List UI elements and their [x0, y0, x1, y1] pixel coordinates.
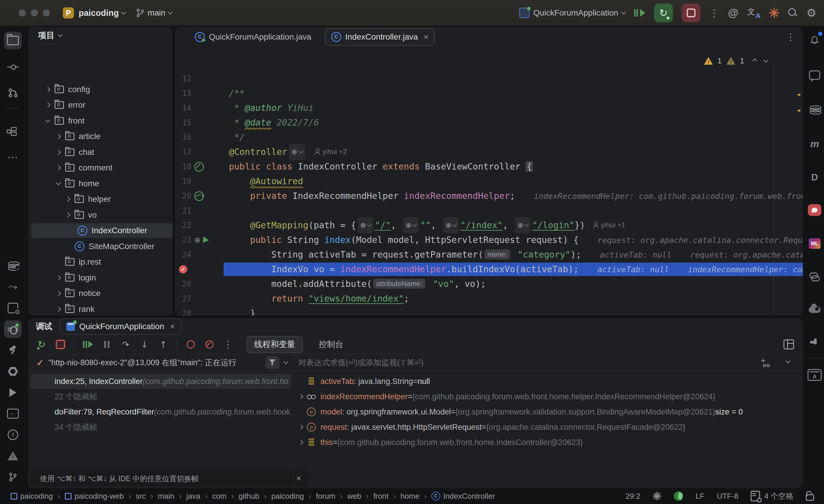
code-line-27[interactable]: 27 return "views/home/index"; — [175, 291, 803, 306]
chevron-down-icon[interactable] — [56, 180, 61, 185]
debug-button[interactable] — [634, 9, 645, 17]
breadcrumb-item[interactable]: java — [186, 492, 200, 501]
code-author-hint[interactable]: yihui +2 — [314, 148, 347, 156]
tree-item-chat[interactable]: chat — [28, 145, 173, 160]
project-widget[interactable]: paicoding — [79, 8, 119, 18]
expand-chevron[interactable] — [298, 394, 303, 399]
red-plugin-button[interactable] — [806, 201, 823, 219]
variable-activetab[interactable]: activeTab: java.lang.String = null — [294, 374, 803, 389]
tree-item-indexcontroller[interactable]: CIndexController — [31, 223, 173, 238]
url-globe-chip[interactable]: ⊕ — [515, 217, 530, 233]
problems-toolwindow-button[interactable]: ! — [4, 426, 22, 444]
tab-console[interactable]: 控制台 — [311, 336, 351, 353]
variable-request[interactable]: p request: javax.servlet.http.HttpServle… — [294, 419, 803, 435]
code-line-20[interactable]: 20 private IndexRecommendHelper indexRec… — [175, 188, 803, 203]
breadcrumb-item[interactable]: front — [373, 492, 389, 501]
breadcrumb-item[interactable]: IndexController — [443, 492, 495, 501]
chevron-right-icon[interactable] — [66, 213, 71, 218]
url-gutter-icon[interactable]: ⊕ — [194, 236, 201, 245]
expand-chevron[interactable] — [298, 440, 303, 445]
hidden-frames[interactable]: 22 个隐藏帧 — [28, 389, 293, 404]
url-globe-chip[interactable]: ⊕ — [289, 144, 305, 160]
thread-dropdown-chevron[interactable] — [284, 359, 289, 364]
chevron-right-icon[interactable] — [56, 134, 61, 139]
breakpoint-icon[interactable]: 25 — [175, 262, 193, 277]
chevron-right-icon[interactable] — [66, 197, 71, 202]
minimize-window-button[interactable] — [31, 9, 38, 16]
stop-button[interactable] — [682, 4, 701, 22]
git-toolwindow-button[interactable] — [4, 468, 22, 486]
variable-model[interactable]: p model: org.springframework.ui.Model = … — [294, 404, 803, 419]
close-tab-icon[interactable]: × — [424, 32, 428, 42]
window-controls[interactable] — [19, 9, 50, 16]
ai-chat-button[interactable] — [806, 66, 823, 84]
code-line-24[interactable]: 24 String activeTab = request.getParamet… — [175, 247, 803, 262]
http-request-gutter-icon[interactable] — [202, 236, 209, 244]
structure-toolwindow-button[interactable] — [4, 123, 22, 140]
url-globe-chip[interactable]: ⊕ — [443, 217, 458, 233]
add-watch-icon[interactable] — [760, 358, 769, 367]
close-window-button[interactable] — [19, 9, 26, 16]
branch-widget[interactable]: main — [147, 8, 166, 18]
hammer-build-button[interactable] — [4, 342, 22, 359]
dictionary-plugin-button[interactable]: A — [806, 366, 823, 384]
openai-icon[interactable] — [653, 492, 661, 500]
chevron-right-icon[interactable] — [56, 150, 61, 155]
code-line-22[interactable]: 22 @GetMapping(path = {⊕"/", ⊕"", ⊕"/ind… — [175, 218, 803, 233]
ml-plugin-button[interactable]: ML — [806, 235, 823, 252]
chevron-right-icon[interactable] — [45, 103, 50, 108]
unlocked-icon[interactable] — [806, 494, 814, 501]
code-line-17[interactable]: 17@Controller⊕yihui +2 — [175, 145, 803, 159]
cloud-plugin-button[interactable] — [806, 301, 823, 319]
stop-button[interactable] — [55, 339, 66, 350]
chevron-right-icon[interactable] — [56, 275, 61, 280]
spring-leaf-icon[interactable] — [674, 491, 683, 501]
breadcrumb-item[interactable]: com — [212, 492, 226, 501]
warnings-button[interactable]: ! — [4, 447, 22, 465]
code-line-12[interactable]: 12 — [175, 71, 803, 86]
breadcrumb-item[interactable]: home — [401, 492, 420, 501]
chevron-right-icon[interactable] — [56, 307, 61, 312]
code-area[interactable]: 12 13/** 14 * @author YiHui 15 * @date 2… — [175, 47, 803, 316]
tree-item-login[interactable]: login — [28, 270, 173, 285]
inspections-widget[interactable]: ! 1 ! 1 — [704, 56, 768, 66]
pause-button[interactable] — [102, 339, 112, 350]
mute-breakpoints-button[interactable] — [204, 339, 215, 350]
translate-icon[interactable]: 文 A — [747, 7, 760, 19]
step-into-button[interactable]: ↓ — [139, 339, 150, 350]
stack-frame-dofilter[interactable]: doFilter:79, ReqRecordFilter (com.github… — [28, 404, 293, 419]
code-line-26[interactable]: 26 model.addAttribute(attributeName: "vo… — [175, 277, 803, 291]
breadcrumb-item[interactable]: paicoding — [20, 492, 53, 501]
tree-item-article[interactable]: article — [28, 129, 173, 144]
breadcrumb-item[interactable]: web — [347, 492, 362, 501]
commit-toolwindow-button[interactable] — [4, 58, 22, 76]
settings-gear-icon[interactable]: ⚙ — [806, 6, 816, 19]
tree-item-vo[interactable]: vo — [28, 208, 173, 222]
run-configuration-widget[interactable]: QuickForumApplication — [519, 8, 625, 18]
debug-more-kebab[interactable]: ⋮ — [223, 339, 233, 350]
maven-panel-button[interactable]: m — [806, 135, 823, 152]
breadcrumb-item[interactable]: github — [238, 492, 260, 501]
code-author-hint[interactable]: yihui +1 — [593, 221, 625, 229]
thread-selector[interactable]: ✓ "http-nio-8080-exec-2"@13,009 在组"main"… — [28, 354, 293, 371]
services-toolwindow-button[interactable]: ⤳ — [4, 278, 22, 296]
database-panel-button[interactable] — [806, 101, 823, 119]
code-line-14[interactable]: 14 * @author YiHui — [175, 101, 803, 115]
step-over-button[interactable]: ↷ — [120, 339, 131, 350]
tab-threads-variables[interactable]: 线程和变量 — [246, 336, 303, 353]
tab-indexcontroller[interactable]: C IndexController.java × — [325, 28, 435, 46]
code-line-28[interactable]: 28 } — [175, 306, 803, 316]
tree-item-sitemapcontroller[interactable]: CSiteMapController — [28, 239, 173, 254]
line-ending-widget[interactable]: LF — [696, 492, 704, 501]
chevron-right-icon[interactable] — [45, 87, 50, 92]
breadcrumb-item[interactable]: paicoding — [271, 492, 304, 501]
project-panel-header[interactable]: 项目 — [28, 27, 173, 44]
build-toolwindow-button[interactable] — [4, 299, 22, 317]
more-actions-button[interactable]: ⋮ — [709, 7, 719, 19]
breadcrumb-item[interactable]: forum — [316, 492, 335, 501]
debug-toolwindow-button[interactable] — [4, 321, 22, 338]
tree-item-ip-rest[interactable]: ip.rest — [28, 255, 173, 269]
rerun-debug-button[interactable]: ↻ — [654, 4, 673, 22]
next-problem-chevron[interactable] — [763, 57, 768, 62]
code-line-25-execution-point[interactable]: 25 IndexVo vo = indexRecommendHelper.bui… — [175, 262, 803, 277]
